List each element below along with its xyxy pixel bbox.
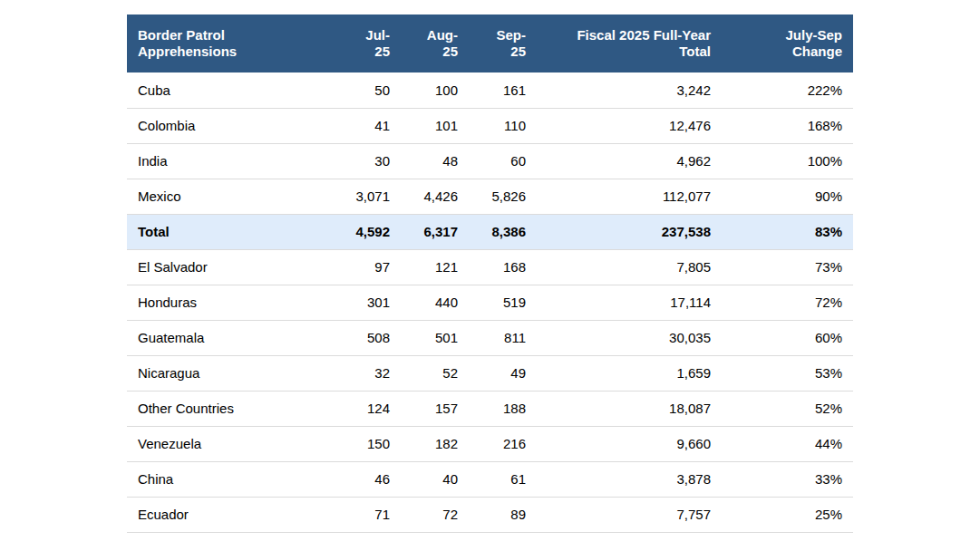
- cell-change: 83%: [722, 214, 853, 249]
- cell-change: 25%: [722, 497, 853, 532]
- cell-aug: 121: [401, 249, 469, 285]
- row-label: Guatemala: [127, 320, 281, 355]
- cell-aug: 501: [401, 320, 469, 355]
- cell-aug: 52: [401, 355, 469, 391]
- row-label: Total: [127, 214, 281, 249]
- column-header-jul-25: Jul- 25: [281, 14, 401, 72]
- cell-change: 52%: [722, 391, 853, 426]
- cell-change: 60%: [722, 320, 853, 355]
- table-row: Guatemala50850181130,03560%: [127, 320, 853, 355]
- cell-jul: 41: [281, 108, 401, 143]
- cell-change: 100%: [722, 143, 853, 179]
- cell-total: 3,242: [537, 72, 722, 108]
- cell-jul: 508: [281, 320, 401, 355]
- header-row: Border Patrol Apprehensions Jul- 25 Aug-…: [127, 14, 853, 72]
- row-label: Mexico: [127, 179, 281, 214]
- cell-jul: 97: [281, 249, 401, 285]
- cell-jul: 3,071: [281, 179, 401, 214]
- cell-sep: 49: [469, 355, 537, 391]
- cell-aug: 48: [401, 143, 469, 179]
- cell-change: 33%: [722, 461, 853, 497]
- cell-jul: 124: [281, 391, 401, 426]
- row-label: Nicaragua: [127, 355, 281, 391]
- cell-jul: 301: [281, 285, 401, 320]
- column-header-fiscal-2025-full-year-total: Fiscal 2025 Full-Year Total: [537, 14, 722, 72]
- cell-sep: 5,826: [469, 179, 537, 214]
- cell-total: 9,660: [537, 426, 722, 461]
- table-row: China4640613,87833%: [127, 461, 853, 497]
- cell-aug: 157: [401, 391, 469, 426]
- cell-change: 44%: [722, 426, 853, 461]
- cell-change: 90%: [722, 179, 853, 214]
- table-row: El Salvador971211687,80573%: [127, 249, 853, 285]
- cell-total: 7,805: [537, 249, 722, 285]
- table-row: Mexico3,0714,4265,826112,07790%: [127, 179, 853, 214]
- cell-total: 112,077: [537, 179, 722, 214]
- table-row: Honduras30144051917,11472%: [127, 285, 853, 320]
- row-label: Other Countries: [127, 391, 281, 426]
- table-body: Cuba501001613,242222%Colombia4110111012,…: [127, 72, 853, 532]
- cell-total: 18,087: [537, 391, 722, 426]
- row-label: Venezuela: [127, 426, 281, 461]
- cell-aug: 6,317: [401, 214, 469, 249]
- page: Border Patrol Apprehensions Jul- 25 Aug-…: [0, 0, 980, 551]
- cell-total: 12,476: [537, 108, 722, 143]
- cell-total: 3,878: [537, 461, 722, 497]
- cell-jul: 50: [281, 72, 401, 108]
- row-label: Cuba: [127, 72, 281, 108]
- row-label: El Salvador: [127, 249, 281, 285]
- column-header-aug-25: Aug- 25: [401, 14, 469, 72]
- row-label: Honduras: [127, 285, 281, 320]
- cell-jul: 30: [281, 143, 401, 179]
- cell-total: 7,757: [537, 497, 722, 532]
- row-label: China: [127, 461, 281, 497]
- cell-change: 168%: [722, 108, 853, 143]
- cell-jul: 150: [281, 426, 401, 461]
- apprehensions-table: Border Patrol Apprehensions Jul- 25 Aug-…: [127, 14, 853, 533]
- cell-total: 30,035: [537, 320, 722, 355]
- table-row: Colombia4110111012,476168%: [127, 108, 853, 143]
- table-row-total: Total4,5926,3178,386237,53883%: [127, 214, 853, 249]
- cell-sep: 89: [469, 497, 537, 532]
- column-header-border-patrol-apprehensions: Border Patrol Apprehensions: [127, 14, 281, 72]
- cell-total: 4,962: [537, 143, 722, 179]
- cell-sep: 8,386: [469, 214, 537, 249]
- cell-jul: 32: [281, 355, 401, 391]
- cell-jul: 71: [281, 497, 401, 532]
- cell-change: 73%: [722, 249, 853, 285]
- cell-sep: 188: [469, 391, 537, 426]
- cell-sep: 519: [469, 285, 537, 320]
- cell-sep: 161: [469, 72, 537, 108]
- cell-change: 72%: [722, 285, 853, 320]
- cell-aug: 40: [401, 461, 469, 497]
- cell-aug: 100: [401, 72, 469, 108]
- column-header-sep-25: Sep- 25: [469, 14, 537, 72]
- cell-aug: 72: [401, 497, 469, 532]
- cell-total: 237,538: [537, 214, 722, 249]
- cell-aug: 182: [401, 426, 469, 461]
- table-header: Border Patrol Apprehensions Jul- 25 Aug-…: [127, 14, 853, 72]
- cell-sep: 61: [469, 461, 537, 497]
- row-label: Ecuador: [127, 497, 281, 532]
- cell-total: 17,114: [537, 285, 722, 320]
- table-row: Ecuador7172897,75725%: [127, 497, 853, 532]
- row-label: India: [127, 143, 281, 179]
- cell-change: 222%: [722, 72, 853, 108]
- cell-change: 53%: [722, 355, 853, 391]
- cell-sep: 110: [469, 108, 537, 143]
- cell-jul: 46: [281, 461, 401, 497]
- table-row: Nicaragua3252491,65953%: [127, 355, 853, 391]
- cell-aug: 4,426: [401, 179, 469, 214]
- cell-sep: 60: [469, 143, 537, 179]
- table-row: Cuba501001613,242222%: [127, 72, 853, 108]
- cell-sep: 168: [469, 249, 537, 285]
- cell-sep: 811: [469, 320, 537, 355]
- table-row: India3048604,962100%: [127, 143, 853, 179]
- cell-total: 1,659: [537, 355, 722, 391]
- cell-aug: 440: [401, 285, 469, 320]
- table-row: Other Countries12415718818,08752%: [127, 391, 853, 426]
- cell-sep: 216: [469, 426, 537, 461]
- row-label: Colombia: [127, 108, 281, 143]
- cell-jul: 4,592: [281, 214, 401, 249]
- column-header-july-sep-change: July-Sep Change: [722, 14, 853, 72]
